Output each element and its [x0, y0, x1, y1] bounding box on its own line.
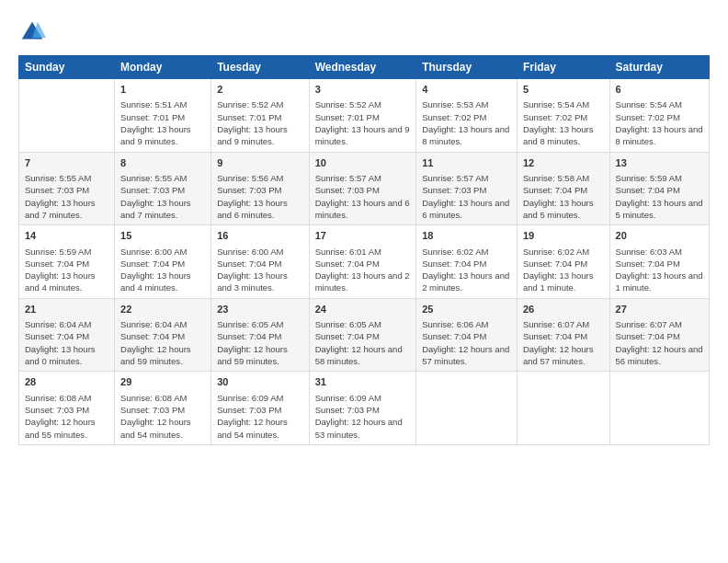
page: SundayMondayTuesdayWednesdayThursdayFrid…: [0, 0, 728, 563]
day-cell: 24Sunrise: 6:05 AMSunset: 7:04 PMDayligh…: [309, 298, 416, 372]
day-cell: 22Sunrise: 6:04 AMSunset: 7:04 PMDayligh…: [115, 298, 211, 372]
day-content: Sunrise: 6:09 AMSunset: 7:03 PMDaylight:…: [315, 392, 411, 441]
day-number: 5: [523, 83, 604, 97]
day-content: Sunrise: 5:54 AMSunset: 7:02 PMDaylight:…: [523, 98, 604, 147]
day-cell: 28Sunrise: 6:08 AMSunset: 7:03 PMDayligh…: [19, 372, 115, 445]
logo-icon: [18, 18, 46, 46]
day-content: Sunrise: 6:00 AMSunset: 7:04 PMDaylight:…: [217, 246, 302, 294]
day-number: 14: [25, 229, 108, 243]
day-cell: 5Sunrise: 5:54 AMSunset: 7:02 PMDaylight…: [517, 79, 609, 153]
day-number: 18: [422, 229, 511, 243]
day-number: 23: [217, 303, 302, 316]
day-content: Sunrise: 6:07 AMSunset: 7:04 PMDaylight:…: [523, 318, 604, 367]
day-content: Sunrise: 5:52 AMSunset: 7:01 PMDaylight:…: [217, 98, 302, 147]
day-content: Sunrise: 6:02 AMSunset: 7:04 PMDaylight:…: [523, 246, 604, 294]
day-cell: 9Sunrise: 5:56 AMSunset: 7:03 PMDaylight…: [211, 152, 309, 225]
day-number: 6: [616, 83, 703, 97]
day-number: 19: [523, 229, 604, 243]
day-cell: [19, 79, 115, 153]
day-content: Sunrise: 5:52 AMSunset: 7:01 PMDaylight:…: [315, 98, 411, 147]
day-cell: 4Sunrise: 5:53 AMSunset: 7:02 PMDaylight…: [416, 79, 518, 153]
day-content: Sunrise: 5:53 AMSunset: 7:02 PMDaylight:…: [422, 98, 511, 147]
day-content: Sunrise: 6:08 AMSunset: 7:03 PMDaylight:…: [120, 392, 205, 441]
day-cell: 23Sunrise: 6:05 AMSunset: 7:04 PMDayligh…: [211, 298, 309, 372]
day-cell: 2Sunrise: 5:52 AMSunset: 7:01 PMDaylight…: [211, 79, 309, 153]
day-number: 24: [315, 303, 411, 316]
day-content: Sunrise: 5:55 AMSunset: 7:03 PMDaylight:…: [120, 172, 205, 221]
day-number: 3: [315, 83, 411, 97]
day-header-sunday: Sunday: [19, 56, 115, 79]
day-number: 13: [616, 156, 703, 170]
week-row-1: 1Sunrise: 5:51 AMSunset: 7:01 PMDaylight…: [19, 79, 710, 153]
day-cell: 19Sunrise: 6:02 AMSunset: 7:04 PMDayligh…: [517, 225, 609, 299]
day-header-saturday: Saturday: [609, 56, 709, 79]
day-number: 2: [217, 83, 302, 97]
day-cell: 6Sunrise: 5:54 AMSunset: 7:02 PMDaylight…: [609, 79, 709, 153]
day-content: Sunrise: 6:05 AMSunset: 7:04 PMDaylight:…: [315, 318, 411, 367]
day-cell: 14Sunrise: 5:59 AMSunset: 7:04 PMDayligh…: [19, 225, 115, 299]
day-content: Sunrise: 5:56 AMSunset: 7:03 PMDaylight:…: [217, 172, 302, 221]
day-content: Sunrise: 6:02 AMSunset: 7:04 PMDaylight:…: [422, 246, 511, 294]
header: [18, 18, 710, 46]
day-number: 22: [120, 303, 205, 316]
week-row-2: 7Sunrise: 5:55 AMSunset: 7:03 PMDaylight…: [19, 152, 710, 225]
week-row-3: 14Sunrise: 5:59 AMSunset: 7:04 PMDayligh…: [19, 225, 710, 299]
day-content: Sunrise: 6:09 AMSunset: 7:03 PMDaylight:…: [217, 392, 302, 441]
day-content: Sunrise: 5:57 AMSunset: 7:03 PMDaylight:…: [422, 172, 511, 221]
day-header-friday: Friday: [517, 56, 609, 79]
day-cell: 8Sunrise: 5:55 AMSunset: 7:03 PMDaylight…: [115, 152, 211, 225]
day-cell: 27Sunrise: 6:07 AMSunset: 7:04 PMDayligh…: [609, 298, 709, 372]
day-number: 27: [616, 303, 703, 316]
day-cell: 16Sunrise: 6:00 AMSunset: 7:04 PMDayligh…: [211, 225, 309, 299]
day-cell: 17Sunrise: 6:01 AMSunset: 7:04 PMDayligh…: [309, 225, 416, 299]
day-cell: 18Sunrise: 6:02 AMSunset: 7:04 PMDayligh…: [416, 225, 518, 299]
day-number: 20: [616, 229, 703, 243]
day-number: 4: [422, 83, 511, 97]
header-row: SundayMondayTuesdayWednesdayThursdayFrid…: [19, 56, 710, 79]
day-number: 29: [120, 375, 205, 389]
day-cell: 25Sunrise: 6:06 AMSunset: 7:04 PMDayligh…: [416, 298, 518, 372]
day-content: Sunrise: 6:05 AMSunset: 7:04 PMDaylight:…: [217, 318, 302, 367]
day-number: 25: [422, 303, 511, 316]
day-content: Sunrise: 5:59 AMSunset: 7:04 PMDaylight:…: [616, 172, 703, 221]
day-cell: [416, 372, 518, 445]
day-cell: 21Sunrise: 6:04 AMSunset: 7:04 PMDayligh…: [19, 298, 115, 372]
day-number: 26: [523, 303, 604, 316]
day-content: Sunrise: 5:58 AMSunset: 7:04 PMDaylight:…: [523, 172, 604, 221]
day-number: 15: [120, 229, 205, 243]
day-cell: [517, 372, 609, 445]
day-number: 9: [217, 156, 302, 170]
day-cell: 20Sunrise: 6:03 AMSunset: 7:04 PMDayligh…: [609, 225, 709, 299]
day-number: 11: [422, 156, 511, 170]
day-content: Sunrise: 5:54 AMSunset: 7:02 PMDaylight:…: [616, 98, 703, 147]
day-number: 12: [523, 156, 604, 170]
day-content: Sunrise: 6:00 AMSunset: 7:04 PMDaylight:…: [120, 246, 205, 294]
day-number: 30: [217, 375, 302, 389]
day-cell: 26Sunrise: 6:07 AMSunset: 7:04 PMDayligh…: [517, 298, 609, 372]
day-number: 21: [25, 303, 108, 316]
day-content: Sunrise: 5:57 AMSunset: 7:03 PMDaylight:…: [315, 172, 411, 221]
calendar-table: SundayMondayTuesdayWednesdayThursdayFrid…: [18, 55, 710, 445]
day-cell: 3Sunrise: 5:52 AMSunset: 7:01 PMDaylight…: [309, 79, 416, 153]
day-header-tuesday: Tuesday: [211, 56, 309, 79]
day-cell: 11Sunrise: 5:57 AMSunset: 7:03 PMDayligh…: [416, 152, 518, 225]
day-content: Sunrise: 6:03 AMSunset: 7:04 PMDaylight:…: [616, 246, 703, 294]
day-cell: 10Sunrise: 5:57 AMSunset: 7:03 PMDayligh…: [309, 152, 416, 225]
day-content: Sunrise: 6:07 AMSunset: 7:04 PMDaylight:…: [616, 318, 703, 367]
day-content: Sunrise: 6:01 AMSunset: 7:04 PMDaylight:…: [315, 246, 411, 294]
week-row-5: 28Sunrise: 6:08 AMSunset: 7:03 PMDayligh…: [19, 372, 710, 445]
day-cell: 7Sunrise: 5:55 AMSunset: 7:03 PMDaylight…: [19, 152, 115, 225]
day-content: Sunrise: 6:04 AMSunset: 7:04 PMDaylight:…: [120, 318, 205, 367]
day-number: 10: [315, 156, 411, 170]
day-content: Sunrise: 6:08 AMSunset: 7:03 PMDaylight:…: [25, 392, 108, 441]
day-cell: [609, 372, 709, 445]
logo: [18, 18, 50, 46]
day-content: Sunrise: 6:06 AMSunset: 7:04 PMDaylight:…: [422, 318, 511, 367]
day-header-thursday: Thursday: [416, 56, 518, 79]
day-cell: 12Sunrise: 5:58 AMSunset: 7:04 PMDayligh…: [517, 152, 609, 225]
day-number: 28: [25, 375, 108, 389]
day-content: Sunrise: 5:59 AMSunset: 7:04 PMDaylight:…: [25, 246, 108, 294]
day-cell: 30Sunrise: 6:09 AMSunset: 7:03 PMDayligh…: [211, 372, 309, 445]
week-row-4: 21Sunrise: 6:04 AMSunset: 7:04 PMDayligh…: [19, 298, 710, 372]
day-content: Sunrise: 5:51 AMSunset: 7:01 PMDaylight:…: [120, 98, 205, 147]
